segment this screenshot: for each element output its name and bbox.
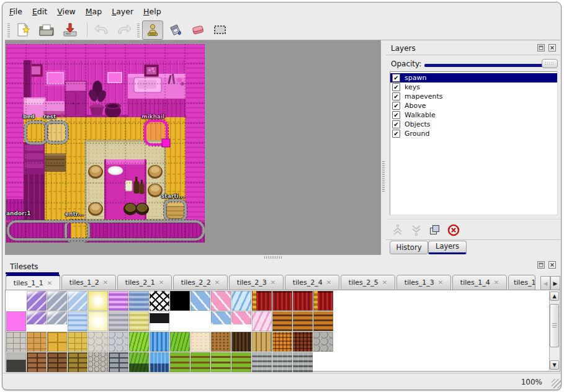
tileset-tile[interactable] (231, 352, 251, 372)
tileset-tile[interactable] (129, 352, 149, 372)
tileset-tile[interactable] (190, 311, 210, 331)
tileset-tile[interactable] (47, 352, 67, 372)
layer-visibility-checkbox[interactable]: ✔ (392, 130, 400, 138)
layer-row-spawn[interactable]: ✔spawn (390, 73, 557, 82)
tileset-tile[interactable] (88, 291, 108, 311)
tileset-tile[interactable] (6, 291, 26, 311)
tileset-tile[interactable] (129, 311, 149, 331)
tileset-tile[interactable] (252, 332, 272, 352)
opacity-slider-handle[interactable] (542, 59, 558, 68)
tileset-tile[interactable] (293, 352, 313, 372)
menu-layer[interactable]: Layer (107, 6, 138, 19)
delete-layer-button[interactable] (445, 222, 462, 238)
layer-row-Objects[interactable]: ✔Objects (390, 120, 557, 129)
tileset-tile[interactable] (88, 311, 108, 331)
tileset-tile[interactable] (27, 352, 47, 372)
tileset-tile[interactable] (170, 352, 190, 372)
tileset-tile[interactable] (150, 291, 169, 311)
tileset-tile[interactable] (88, 352, 108, 372)
tileset-tab-close-icon[interactable]: ✕ (103, 279, 108, 286)
tileset-scrollbar[interactable]: ▲ ▼ (549, 291, 559, 370)
save-button[interactable] (61, 21, 79, 38)
tileset-tile[interactable] (129, 332, 149, 352)
tileset-tile[interactable] (109, 352, 128, 372)
tileset-tile[interactable] (68, 291, 87, 311)
tileset-tile[interactable] (109, 311, 128, 331)
tileset-tile[interactable] (272, 332, 292, 352)
layer-row-Ground[interactable]: ✔Ground (390, 129, 557, 138)
tileset-tile[interactable] (272, 352, 292, 372)
menu-file[interactable]: File (4, 6, 27, 19)
layer-visibility-checkbox[interactable]: ✔ (392, 92, 400, 100)
stamp-tool-button[interactable] (142, 20, 163, 40)
tileset-tile[interactable] (68, 311, 87, 331)
tileset-tile[interactable] (272, 311, 292, 331)
tileset-tile[interactable] (211, 311, 231, 331)
tileset-tile[interactable] (6, 311, 26, 331)
tileset-tile[interactable] (313, 332, 333, 352)
tileset-tab-close-icon[interactable]: ✕ (382, 279, 387, 286)
tileset-tab-close-icon[interactable]: ✕ (159, 279, 164, 286)
tileset-tile[interactable] (231, 332, 251, 352)
new-file-button[interactable] (14, 21, 32, 38)
layer-visibility-checkbox[interactable]: ✔ (392, 111, 400, 119)
tileset-tile[interactable] (68, 352, 87, 372)
tileset-tile[interactable] (109, 291, 128, 311)
tileset-tile[interactable] (6, 332, 26, 352)
scrollbar-thumb[interactable] (550, 304, 559, 347)
dock-tab-layers[interactable]: Layers (428, 241, 467, 254)
tileset-tile[interactable] (313, 291, 333, 311)
tileset-tile[interactable] (293, 332, 313, 352)
tileset-tab-close-icon[interactable]: ✕ (47, 280, 52, 287)
menu-view[interactable]: View (52, 6, 81, 19)
tileset-tile[interactable] (211, 291, 231, 311)
tileset-tile[interactable] (170, 291, 190, 311)
tileset-tile[interactable] (170, 311, 190, 331)
scroll-down-arrow[interactable]: ▼ (550, 360, 559, 370)
opacity-slider-track[interactable] (424, 64, 552, 67)
resize-grip[interactable] (552, 379, 561, 388)
tileset-tile[interactable] (293, 291, 313, 311)
dock-tab-history[interactable]: History (390, 241, 428, 254)
menu-map[interactable]: Map (81, 6, 107, 19)
tileset-tabs-scroll-right[interactable]: ▶ (550, 276, 560, 290)
tileset-tile[interactable] (150, 332, 169, 352)
rect-select-button[interactable] (211, 21, 230, 38)
tileset-tile[interactable] (150, 352, 169, 372)
tileset-tile[interactable] (27, 332, 47, 352)
vertical-splitter[interactable] (381, 40, 386, 255)
tileset-tab-close-icon[interactable]: ✕ (494, 279, 499, 286)
tileset-tab-tiles_2_4[interactable]: tiles_2_4✕ (285, 275, 339, 290)
layer-row-Walkable[interactable]: ✔Walkable (390, 110, 557, 120)
map-object-resize-handle[interactable] (162, 139, 170, 147)
tileset-tab-tiles_2_5[interactable]: tiles_2_5✕ (341, 275, 395, 290)
tileset-tab-tiles_1_4[interactable]: tiles_1_4✕ (452, 275, 507, 290)
tileset-tile[interactable] (190, 352, 210, 372)
tileset-tile[interactable] (252, 352, 272, 372)
layer-row-mapevents[interactable]: ✔mapevents (390, 92, 557, 101)
layer-visibility-checkbox[interactable]: ✔ (392, 102, 400, 110)
tileset-tab-tiles_1_1[interactable]: tiles_1_1✕ (6, 274, 60, 290)
tilesets-dock-close-button[interactable] (548, 261, 557, 269)
tileset-tab-close-icon[interactable]: ✕ (326, 279, 331, 286)
bucket-fill-button[interactable] (166, 21, 185, 38)
tileset-tab-tiles_2_2[interactable]: tiles_2_2✕ (173, 275, 228, 290)
layer-visibility-checkbox[interactable]: ✔ (392, 120, 400, 128)
tileset-tile[interactable] (272, 291, 292, 311)
tileset-tile[interactable] (252, 291, 272, 311)
tileset-tab-close-icon[interactable]: ✕ (215, 279, 220, 286)
tileset-tile[interactable] (313, 311, 333, 331)
menu-help[interactable]: Help (138, 6, 166, 19)
toolbar-drag-handle[interactable] (7, 24, 10, 37)
open-button[interactable] (37, 21, 56, 38)
tileset-tab-tiles_2_3[interactable]: tiles_2_3✕ (229, 275, 284, 290)
layer-list[interactable]: ✔spawn✔keys✔mapevents✔Above✔Walkable✔Obj… (390, 71, 558, 215)
tileset-tile[interactable] (252, 311, 272, 331)
tileset-tile[interactable] (293, 311, 313, 331)
scroll-up-arrow[interactable]: ▲ (550, 292, 559, 301)
tilesets-dock-float-button[interactable] (537, 261, 545, 269)
tileset-tile[interactable] (231, 291, 251, 311)
tileset-tile[interactable] (47, 311, 67, 331)
duplicate-layer-button[interactable] (427, 222, 443, 238)
tileset-tile[interactable] (211, 352, 231, 372)
